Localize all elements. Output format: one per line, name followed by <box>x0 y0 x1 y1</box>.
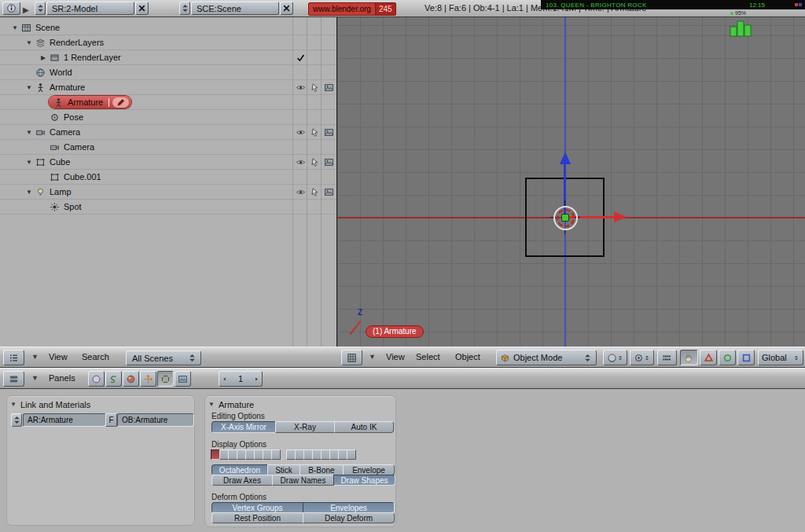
expand-toggle-icon[interactable]: ▼ <box>24 39 35 46</box>
layers-button[interactable] <box>657 350 677 365</box>
outliner-item-spot[interactable]: Spot <box>0 200 336 215</box>
editor-type-button[interactable] <box>3 350 24 365</box>
context-shading-button[interactable] <box>123 371 139 387</box>
window-type-button[interactable] <box>2 2 20 15</box>
visibility-toggle[interactable] <box>294 186 307 198</box>
selectability-toggle[interactable] <box>308 82 322 94</box>
panel-collapse-icon[interactable]: ▼ <box>208 401 215 408</box>
renderlayer-enabled-check[interactable] <box>294 52 307 64</box>
object-name-field[interactable]: OB:Armature <box>117 413 194 427</box>
pivot-dropdown[interactable] <box>630 350 654 365</box>
x-ray-toggle[interactable]: X-Ray <box>275 421 335 433</box>
menu-view[interactable]: View <box>46 347 71 367</box>
stick-toggle[interactable]: Stick <box>267 464 300 475</box>
expand-toggle-icon[interactable]: ▼ <box>24 159 35 166</box>
visibility-toggle[interactable] <box>294 156 307 168</box>
header-collapse-icon[interactable]: ▼ <box>31 369 39 388</box>
selectability-toggle[interactable] <box>308 127 322 138</box>
manipulator-z-arrow[interactable] <box>560 152 571 164</box>
draw-type-dropdown[interactable] <box>603 350 627 365</box>
outliner-item-camera[interactable]: Camera <box>0 140 336 155</box>
panel-header[interactable]: ▼ Armature <box>208 398 254 410</box>
delay-deform-toggle[interactable]: Delay Deform <box>303 512 395 523</box>
outliner-item-camera[interactable]: ▼Camera <box>0 125 336 140</box>
expand-toggle-icon[interactable]: ▶ <box>38 54 49 61</box>
screen-browse-button[interactable] <box>35 2 46 15</box>
outliner-item-lamp[interactable]: ▼Lamp <box>0 185 336 200</box>
auto-ik-toggle[interactable]: Auto IK <box>334 421 394 433</box>
renderability-toggle[interactable] <box>322 127 336 138</box>
expand-toggle-icon[interactable]: ▼ <box>24 189 35 196</box>
scene-filter-dropdown[interactable]: All Scenes <box>126 350 201 365</box>
menu-panels[interactable]: Panels <box>46 369 79 388</box>
visibility-toggle[interactable] <box>294 82 307 94</box>
expand-toggle-icon[interactable]: ▼ <box>24 84 35 91</box>
panel-header[interactable]: ▼ Link and Materials <box>10 398 90 410</box>
selectability-toggle[interactable] <box>308 186 322 198</box>
scene-close-button[interactable] <box>280 2 293 15</box>
outliner-item-world[interactable]: World <box>0 65 336 80</box>
context-logic-button[interactable] <box>88 371 105 387</box>
screen-selector[interactable]: SR:2-Model <box>46 2 134 15</box>
header-collapse-icon[interactable]: ▼ <box>31 347 39 367</box>
envelopes-toggle[interactable]: Envelopes <box>303 502 395 513</box>
draw-axes-toggle[interactable]: Draw Axes <box>211 475 273 486</box>
armature-browse-button[interactable] <box>11 413 22 427</box>
armature-layer-16[interactable] <box>347 449 356 460</box>
armature-layer-8[interactable] <box>271 449 281 460</box>
outliner-item-1-renderlayer[interactable]: ▶1 RenderLayer <box>0 50 336 65</box>
outliner-item-scene[interactable]: ▼Scene <box>0 20 336 35</box>
outliner-item-armature[interactable]: Armature <box>0 95 336 110</box>
menu-search[interactable]: Search <box>79 347 112 367</box>
renderability-toggle[interactable] <box>322 82 336 94</box>
manipulator-translate-button[interactable] <box>700 350 717 365</box>
frame-stepper[interactable]: 1 <box>219 371 263 387</box>
frame-decrement-icon[interactable] <box>221 374 228 384</box>
editor-type-button[interactable] <box>3 371 24 387</box>
vertex-groups-toggle[interactable]: Vertex Groups <box>211 502 303 513</box>
envelope-toggle[interactable]: Envelope <box>343 464 395 475</box>
context-object-button[interactable] <box>140 371 156 387</box>
context-editing-button[interactable] <box>157 371 174 387</box>
menu-view[interactable]: View <box>383 347 408 367</box>
panel-collapse-icon[interactable]: ▼ <box>10 401 17 408</box>
outliner-item-cube-001[interactable]: Cube.001 <box>0 170 336 185</box>
viewport-3d[interactable]: Z (1) Armature <box>337 17 805 347</box>
manipulator-rotate-button[interactable] <box>719 350 736 365</box>
menu-select[interactable]: Select <box>413 347 443 367</box>
editor-type-button[interactable] <box>341 350 362 365</box>
selectability-toggle[interactable] <box>308 156 322 168</box>
fake-user-button[interactable]: F <box>105 413 117 427</box>
draw-names-toggle[interactable]: Draw Names <box>272 475 334 486</box>
outliner-item-pose[interactable]: Pose <box>0 110 336 125</box>
header-collapse-icon[interactable]: ▼ <box>369 347 376 367</box>
renderlayers-icon <box>35 37 46 48</box>
x-axis-mirror-toggle[interactable]: X-Axis Mirror <box>211 421 276 433</box>
context-script-button[interactable] <box>105 371 122 387</box>
expand-toggle-icon[interactable]: ▼ <box>24 129 35 136</box>
outliner-item-armature[interactable]: ▼Armature <box>0 80 336 95</box>
screen-close-button[interactable] <box>135 2 149 15</box>
manipulator-scale-button[interactable] <box>737 350 755 365</box>
menu-object[interactable]: Object <box>452 347 483 367</box>
renderability-toggle[interactable] <box>322 156 336 168</box>
rest-position-toggle[interactable]: Rest Position <box>211 512 303 523</box>
outliner-item-renderlayers[interactable]: ▼RenderLayers <box>0 35 336 50</box>
manipulator-x-arrow[interactable] <box>614 211 627 222</box>
scene-browse-button[interactable] <box>179 2 190 15</box>
b-bone-toggle[interactable]: B-Bone <box>300 464 344 475</box>
manipulator-toggle-button[interactable] <box>680 350 698 365</box>
rename-pencil-button[interactable] <box>112 97 129 108</box>
context-scene-button[interactable] <box>175 371 191 387</box>
scene-selector[interactable]: SCE:Scene <box>191 2 279 15</box>
frame-increment-icon[interactable] <box>253 374 260 384</box>
outliner-item-cube[interactable]: ▼Cube <box>0 155 336 170</box>
visibility-toggle[interactable] <box>294 127 307 138</box>
mode-dropdown[interactable]: Object Mode <box>496 350 597 365</box>
orientation-dropdown[interactable]: Global <box>758 350 803 365</box>
expand-toggle-icon[interactable]: ▼ <box>9 24 20 31</box>
armature-datablock-field[interactable]: AR:Armature <box>23 413 106 427</box>
octahedron-toggle[interactable]: Octahedron <box>211 464 268 475</box>
draw-shapes-toggle[interactable]: Draw Shapes <box>333 475 395 486</box>
renderability-toggle[interactable] <box>322 186 336 198</box>
